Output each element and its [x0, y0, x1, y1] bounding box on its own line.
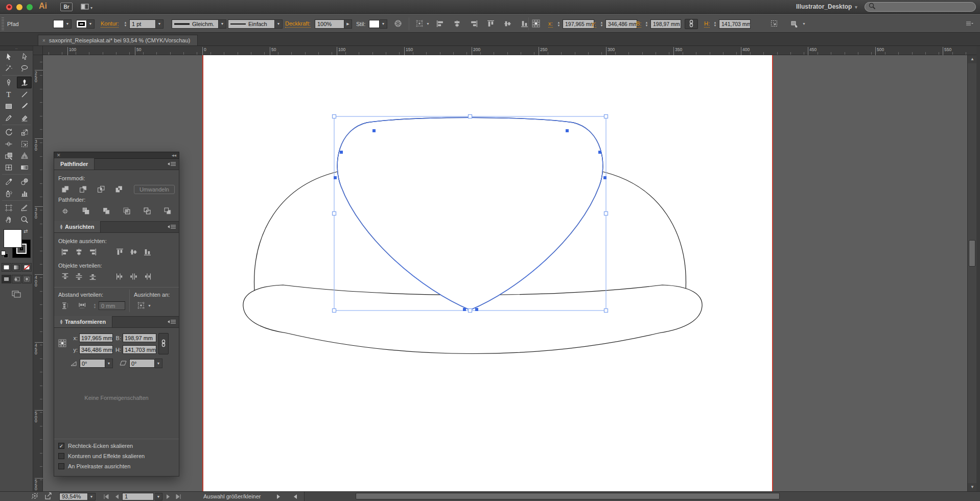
- rotate-field[interactable]: 0°: [80, 359, 105, 368]
- transform-width-field[interactable]: 198,97 mm: [123, 333, 156, 342]
- height-field[interactable]: 141,703 mm: [719, 19, 751, 29]
- draw-normal-button[interactable]: [2, 275, 11, 283]
- opacity-field[interactable]: 100%: [315, 19, 344, 29]
- y-field[interactable]: 346,486 mm: [605, 19, 637, 29]
- perspective-grid-tool[interactable]: [17, 150, 32, 161]
- first-artboard-button[interactable]: [102, 493, 111, 500]
- rotate-tool[interactable]: [1, 126, 16, 138]
- brush-definition-select[interactable]: Einfach: [228, 19, 275, 29]
- stroke-width-stepper[interactable]: ▲▼: [123, 21, 128, 27]
- line-segment-tool[interactable]: [17, 88, 32, 100]
- align-bottom-button[interactable]: [141, 247, 154, 257]
- collapse-panels-icon[interactable]: ◂◂: [172, 153, 176, 158]
- distribute-h-center-button[interactable]: [127, 271, 141, 282]
- style-swatch[interactable]: [369, 20, 380, 28]
- transform-height-field[interactable]: 141,703 mm: [123, 345, 156, 354]
- fill-color-dropdown[interactable]: ▼: [64, 19, 72, 29]
- vertical-scrollbar[interactable]: ▲ ▼: [967, 55, 976, 491]
- stroke-color-dropdown[interactable]: ▼: [87, 19, 95, 29]
- sync-settings-icon[interactable]: [31, 492, 39, 501]
- tab-transform[interactable]: ▴▾Transformieren: [54, 316, 112, 327]
- stroke-panel-link[interactable]: Kontur:: [101, 20, 119, 28]
- outline-button[interactable]: [140, 205, 154, 216]
- opacity-panel-link[interactable]: Deckkraft:: [285, 20, 311, 28]
- style-dropdown[interactable]: ▼: [380, 19, 387, 29]
- align-v-center-button[interactable]: [501, 18, 515, 29]
- transform-x-field[interactable]: 197,965 mm: [79, 333, 113, 342]
- rectangle-tool[interactable]: [1, 100, 16, 112]
- exclude-button[interactable]: [112, 184, 126, 195]
- screen-mode-button[interactable]: [9, 288, 24, 300]
- y-label[interactable]: y:: [592, 20, 596, 28]
- checkbox-row[interactable]: ✓Rechteck-Ecken skalieren: [58, 441, 175, 450]
- align-bottom-button[interactable]: [518, 18, 531, 29]
- width-field[interactable]: 198,97 mm: [650, 19, 681, 29]
- selection-tool[interactable]: [1, 51, 16, 62]
- align-h-center-button[interactable]: [72, 247, 86, 257]
- document-tab[interactable]: × saxoprint_Reiseplakat.ai* bei 93,54 % …: [38, 35, 198, 45]
- minimize-window-button[interactable]: [16, 4, 22, 10]
- zoom-tool[interactable]: [17, 213, 32, 225]
- hand-tool[interactable]: [1, 213, 16, 225]
- horizontal-scroll-thumb[interactable]: [356, 493, 780, 499]
- type-tool[interactable]: T: [1, 88, 16, 100]
- gradient-tool[interactable]: [17, 161, 32, 173]
- control-bar-menu-button[interactable]: [963, 18, 976, 30]
- ruler-corner[interactable]: [33, 46, 43, 55]
- collapse-section-icon[interactable]: ▴▾: [60, 224, 62, 229]
- distribute-v-center-button[interactable]: [72, 271, 86, 282]
- tab-align[interactable]: ▴▾Ausrichten: [54, 221, 101, 232]
- transform-y-field[interactable]: 346,486 mm: [79, 345, 113, 354]
- workspace-switcher[interactable]: Illustrator_Desktop▾: [796, 3, 857, 10]
- none-button[interactable]: [22, 263, 32, 272]
- zoom-level-dropdown[interactable]: ▼: [88, 493, 96, 500]
- search-input[interactable]: [865, 2, 976, 12]
- crop-button[interactable]: [120, 205, 133, 216]
- free-transform-tool[interactable]: [17, 138, 32, 150]
- align-left-button[interactable]: [433, 18, 447, 29]
- distribute-top-button[interactable]: [58, 271, 72, 282]
- close-window-button[interactable]: [6, 4, 12, 10]
- scale-tool[interactable]: [17, 126, 32, 138]
- align-to-selection-button[interactable]: [413, 18, 426, 30]
- width-tool[interactable]: [1, 138, 16, 150]
- scroll-down-icon[interactable]: ▼: [968, 483, 977, 491]
- free-transform-button[interactable]: [767, 18, 781, 30]
- shear-dropdown[interactable]: ▼: [155, 359, 162, 368]
- eyedropper-tool[interactable]: [1, 176, 16, 187]
- width-stepper[interactable]: ▲▼: [644, 21, 649, 27]
- vertical-scroll-thumb[interactable]: [969, 240, 975, 267]
- x-field[interactable]: 197,965 mm: [563, 19, 594, 29]
- close-panel-icon[interactable]: ✕: [57, 153, 61, 158]
- stroke-color-swatch[interactable]: [76, 20, 87, 28]
- align-to-button[interactable]: [134, 300, 148, 311]
- checkbox-unchecked[interactable]: [58, 463, 64, 469]
- horizontal-scrollbar[interactable]: [304, 492, 980, 501]
- align-right-button[interactable]: [86, 247, 100, 257]
- stroke-width-dropdown[interactable]: ▼: [156, 19, 164, 29]
- scroll-up-icon[interactable]: ▲: [968, 55, 977, 63]
- checkbox-row[interactable]: Konturen und Effekte skalieren: [58, 451, 175, 461]
- opacity-dropdown[interactable]: ▶: [344, 19, 352, 29]
- x-label[interactable]: x:: [548, 20, 553, 28]
- horizontal-space-button[interactable]: [75, 300, 89, 311]
- zoom-window-button[interactable]: [27, 4, 33, 10]
- shape-builder-tool[interactable]: [1, 150, 16, 161]
- pen-tool[interactable]: [1, 77, 16, 88]
- checkbox-row[interactable]: An Pixelraster ausrichten: [58, 462, 175, 471]
- y-stepper[interactable]: ▲▼: [599, 21, 604, 27]
- artboard-number-field[interactable]: 1: [122, 493, 154, 500]
- column-graph-tool[interactable]: [17, 187, 32, 199]
- swap-fill-stroke-icon[interactable]: ⇄: [24, 228, 28, 234]
- artwork[interactable]: [43, 55, 967, 491]
- pencil-tool[interactable]: [1, 112, 16, 124]
- vertical-space-button[interactable]: [58, 300, 72, 311]
- unite-button[interactable]: [58, 184, 72, 195]
- slice-tool[interactable]: [17, 202, 32, 213]
- align-top-button[interactable]: [484, 18, 498, 29]
- fill-color-swatch[interactable]: [53, 20, 64, 28]
- tools-panel-grip[interactable]: ‥: [0, 46, 33, 51]
- rotate-dropdown[interactable]: ▼: [105, 359, 113, 368]
- lasso-tool[interactable]: [17, 62, 32, 74]
- reference-point-icon[interactable]: [58, 339, 66, 348]
